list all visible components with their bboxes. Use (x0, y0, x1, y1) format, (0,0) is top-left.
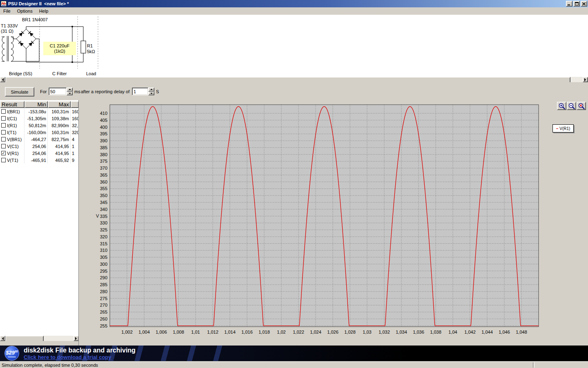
app-icon[interactable] (1, 1, 7, 7)
menu-options[interactable]: Options (14, 8, 36, 14)
result-checkbox[interactable] (1, 116, 6, 121)
menu-help[interactable]: Help (36, 8, 52, 14)
for-label: For (40, 89, 47, 94)
results-scroll-left-button[interactable] (0, 336, 5, 341)
result-row-V(C1)[interactable]: V(C1)254,06414,951 (0, 143, 79, 150)
x-tick-label: 1,028 (344, 330, 356, 334)
y-tick-label: 360 (100, 180, 107, 184)
delay-down-button[interactable] (148, 92, 154, 96)
arrow-down-icon (150, 93, 153, 95)
result-min: 254,06 (24, 150, 48, 157)
result-row-V(R1)[interactable]: ✓V(R1)254,06414,951 (0, 150, 79, 157)
duration-input[interactable] (49, 88, 67, 95)
result-name-cell: I(R1) (0, 122, 24, 129)
result-row-V(T1)[interactable]: V(T1)-465,91465,929 (0, 157, 79, 164)
result-checkbox[interactable] (1, 130, 6, 135)
menu-bar: FileOptionsHelp (0, 7, 588, 15)
result-name: I(T1) (7, 130, 16, 135)
x-tick-label: 1,036 (413, 330, 424, 334)
result-row-V(BR1)[interactable]: V(BR1)-464,27822,75m4 (0, 136, 79, 143)
schematic-scroll-left-button[interactable] (0, 77, 5, 82)
x-tick-label: 1,038 (430, 330, 441, 334)
duration-up-button[interactable] (67, 88, 73, 92)
x-tick-label: 1,034 (396, 330, 407, 334)
duration-unit-label: ms (74, 89, 80, 94)
y-tick-label: 405 (100, 118, 107, 123)
result-max: 822,75m (48, 136, 71, 143)
results-header-min[interactable]: Min (24, 101, 48, 108)
results-scrollbar[interactable] (0, 336, 79, 341)
minimize-button[interactable] (566, 1, 572, 7)
result-min: -153,08u (24, 108, 48, 115)
x-tick-label: 1,022 (293, 330, 304, 334)
result-min: -160,00m (24, 129, 48, 136)
result-extra: 1 (71, 143, 79, 150)
maximize-button[interactable] (573, 1, 580, 7)
section-load-label: Load (86, 71, 96, 76)
status-bar: Simulation complete, elapsed time 0,30 s… (0, 361, 588, 368)
zoom-out-button[interactable] (567, 102, 576, 110)
results-panel-filler (0, 341, 79, 346)
magnifier-plus-icon (558, 103, 566, 110)
result-min: 254,06 (24, 143, 48, 150)
legend-series-dash: – (556, 126, 559, 131)
result-name-cell: ✓V(R1) (0, 150, 24, 157)
result-row-I(R1)[interactable]: I(R1)50,812m82,990m32, (0, 122, 79, 129)
result-name: V(T1) (7, 158, 18, 163)
y-tick-label: 340 (100, 207, 107, 212)
delay-up-button[interactable] (148, 88, 154, 92)
plot-canvas[interactable]: 2552602652702752802852902953003053103153… (79, 100, 588, 346)
result-checkbox[interactable] (1, 158, 6, 162)
result-name: I(R1) (7, 123, 17, 128)
ad-banner[interactable]: $2995 disk2disk File backup and archivin… (0, 346, 588, 361)
result-name-cell: V(C1) (0, 143, 24, 150)
plot-background (110, 105, 539, 327)
schematic-scrollbar[interactable] (0, 77, 588, 82)
result-row-I(T1)[interactable]: I(T1)-160,00m160,31m320 (0, 129, 79, 136)
duration-down-button[interactable] (67, 92, 73, 96)
x-tick-label: 1,02 (277, 330, 285, 334)
result-row-I(BR1)[interactable]: I(BR1)-153,08u160,31m160 (0, 108, 79, 115)
zoom-reset-button[interactable] (577, 102, 586, 110)
app-window: PSU Designer II <new file> * FileOptions… (0, 0, 588, 368)
delay-unit-label: S (156, 89, 159, 94)
result-extra: 160 (71, 108, 79, 115)
close-button[interactable] (581, 1, 587, 7)
ad-download-link[interactable]: Click here to download a trial copy (24, 354, 111, 360)
result-name-cell: V(T1) (0, 157, 24, 164)
br1-label: BR1 1N4007 (22, 17, 48, 22)
result-row-I(C1)[interactable]: I(C1)-51,305m109,38m160 (0, 115, 79, 122)
x-tick-label: 1,006 (156, 330, 167, 334)
section-filter-label: C Filter (52, 71, 67, 76)
schematic-scroll-right-button[interactable] (583, 77, 588, 82)
result-checkbox[interactable] (1, 123, 6, 128)
result-min: -465,91 (24, 157, 48, 164)
results-scroll-right-button[interactable] (74, 336, 79, 341)
x-tick-label: 1,042 (464, 330, 476, 334)
results-header-max[interactable]: Max (48, 101, 71, 108)
title-bar: PSU Designer II <new file> * (0, 0, 588, 7)
result-checkbox[interactable]: ✓ (1, 151, 6, 155)
result-max: 414,95 (48, 143, 71, 150)
delay-input[interactable] (132, 88, 148, 95)
c1-highlight-box[interactable]: C1 220uF (1kΩ) (43, 42, 76, 55)
arrow-left-icon (0, 337, 4, 340)
zoom-in-button[interactable] (557, 102, 566, 110)
result-checkbox[interactable] (1, 137, 6, 141)
y-tick-label: 310 (100, 248, 107, 253)
delay-label: after a reporting delay of (81, 89, 129, 94)
result-checkbox[interactable] (1, 144, 6, 148)
simulate-button[interactable]: Simulate (5, 87, 34, 96)
y-tick-label: 330 (100, 220, 107, 225)
result-name-cell: I(C1) (0, 115, 24, 122)
result-checkbox[interactable] (1, 109, 6, 114)
x-tick-label: 1,012 (207, 330, 218, 334)
schematic-canvas[interactable]: BR1 1N4007 T1 333V (31 Ω) C1 220uF (1kΩ)… (0, 15, 588, 77)
plot-legend: – V(R1) (552, 124, 574, 132)
menu-file[interactable]: File (0, 8, 14, 14)
results-header-extra[interactable] (71, 101, 79, 108)
x-tick-label: 1,008 (173, 330, 184, 334)
results-header-result[interactable]: Result (0, 101, 24, 108)
y-tick-label: 380 (100, 152, 107, 157)
result-min: 50,812m (24, 122, 48, 129)
